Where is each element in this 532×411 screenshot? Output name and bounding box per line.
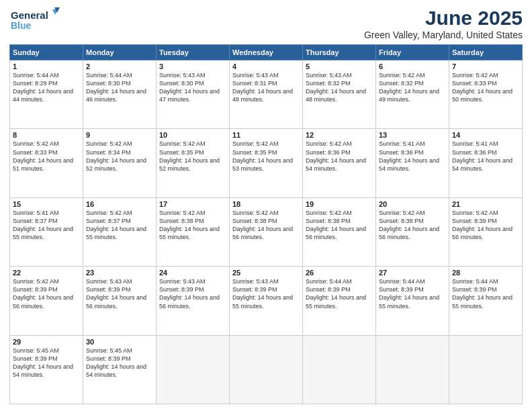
day-info: Sunrise: 5:42 AM Sunset: 8:39 PM Dayligh… xyxy=(13,277,80,310)
day-info: Sunrise: 5:42 AM Sunset: 8:33 PM Dayligh… xyxy=(13,140,80,173)
calendar-cell: 30 Sunrise: 5:45 AM Sunset: 8:39 PM Dayl… xyxy=(83,335,157,404)
calendar-cell xyxy=(157,335,230,404)
day-info: Sunrise: 5:43 AM Sunset: 8:39 PM Dayligh… xyxy=(86,277,153,310)
calendar-row: 15 Sunrise: 5:41 AM Sunset: 8:37 PM Dayl… xyxy=(10,197,523,266)
calendar-cell xyxy=(230,335,303,404)
day-number: 3 xyxy=(159,62,226,71)
day-info: Sunrise: 5:42 AM Sunset: 8:38 PM Dayligh… xyxy=(232,209,300,242)
calendar-cell: 20 Sunrise: 5:42 AM Sunset: 8:38 PM Dayl… xyxy=(376,197,449,266)
calendar-cell: 14 Sunrise: 5:41 AM Sunset: 8:36 PM Dayl… xyxy=(449,129,523,197)
day-number: 6 xyxy=(379,62,446,71)
col-tuesday: Tuesday xyxy=(157,45,230,60)
calendar-cell: 13 Sunrise: 5:41 AM Sunset: 8:36 PM Dayl… xyxy=(376,129,449,197)
day-info: Sunrise: 5:42 AM Sunset: 8:38 PM Dayligh… xyxy=(379,209,446,242)
day-info: Sunrise: 5:41 AM Sunset: 8:36 PM Dayligh… xyxy=(379,140,446,173)
day-info: Sunrise: 5:45 AM Sunset: 8:39 PM Dayligh… xyxy=(13,347,80,379)
day-info: Sunrise: 5:43 AM Sunset: 8:39 PM Dayligh… xyxy=(232,277,300,310)
day-number: 19 xyxy=(306,200,373,208)
day-number: 23 xyxy=(86,269,153,277)
day-info: Sunrise: 5:44 AM Sunset: 8:39 PM Dayligh… xyxy=(306,277,373,310)
day-number: 1 xyxy=(13,62,80,71)
day-info: Sunrise: 5:44 AM Sunset: 8:30 PM Dayligh… xyxy=(86,71,153,104)
calendar-row: 29 Sunrise: 5:45 AM Sunset: 8:39 PM Dayl… xyxy=(10,335,523,404)
calendar-cell: 9 Sunrise: 5:42 AM Sunset: 8:34 PM Dayli… xyxy=(83,129,157,197)
day-info: Sunrise: 5:45 AM Sunset: 8:39 PM Dayligh… xyxy=(86,347,153,379)
calendar-cell: 19 Sunrise: 5:42 AM Sunset: 8:38 PM Dayl… xyxy=(303,197,376,266)
calendar-cell: 4 Sunrise: 5:43 AM Sunset: 8:31 PM Dayli… xyxy=(230,60,303,129)
day-number: 13 xyxy=(379,131,446,139)
calendar-cell: 11 Sunrise: 5:42 AM Sunset: 8:35 PM Dayl… xyxy=(230,129,303,197)
header: General Blue June 2025 Green Valley, Mar… xyxy=(9,7,523,40)
day-number: 12 xyxy=(306,131,373,139)
calendar-cell: 15 Sunrise: 5:41 AM Sunset: 8:37 PM Dayl… xyxy=(10,197,83,266)
calendar-cell: 7 Sunrise: 5:42 AM Sunset: 8:33 PM Dayli… xyxy=(449,60,523,129)
day-number: 22 xyxy=(13,269,80,277)
calendar-cell: 2 Sunrise: 5:44 AM Sunset: 8:30 PM Dayli… xyxy=(83,60,157,129)
calendar-cell: 29 Sunrise: 5:45 AM Sunset: 8:39 PM Dayl… xyxy=(10,335,83,404)
col-friday: Friday xyxy=(376,45,449,60)
calendar-cell: 22 Sunrise: 5:42 AM Sunset: 8:39 PM Dayl… xyxy=(10,267,83,335)
calendar-cell: 21 Sunrise: 5:42 AM Sunset: 8:39 PM Dayl… xyxy=(449,197,523,266)
day-number: 10 xyxy=(159,131,226,139)
calendar-cell xyxy=(449,335,523,404)
day-number: 8 xyxy=(13,131,80,139)
day-number: 28 xyxy=(452,269,519,277)
day-number: 16 xyxy=(86,200,153,208)
page: General Blue June 2025 Green Valley, Mar… xyxy=(0,0,532,411)
title-block: June 2025 Green Valley, Maryland, United… xyxy=(364,7,523,40)
calendar-cell: 16 Sunrise: 5:42 AM Sunset: 8:37 PM Dayl… xyxy=(83,197,157,266)
col-sunday: Sunday xyxy=(10,45,83,60)
day-info: Sunrise: 5:42 AM Sunset: 8:35 PM Dayligh… xyxy=(159,140,226,173)
day-info: Sunrise: 5:42 AM Sunset: 8:38 PM Dayligh… xyxy=(159,209,226,242)
day-number: 2 xyxy=(86,62,153,71)
day-info: Sunrise: 5:43 AM Sunset: 8:39 PM Dayligh… xyxy=(159,277,226,310)
calendar-cell: 25 Sunrise: 5:43 AM Sunset: 8:39 PM Dayl… xyxy=(230,267,303,335)
day-info: Sunrise: 5:42 AM Sunset: 8:38 PM Dayligh… xyxy=(306,209,373,242)
month-title: June 2025 xyxy=(364,7,523,30)
calendar-cell: 24 Sunrise: 5:43 AM Sunset: 8:39 PM Dayl… xyxy=(157,267,230,335)
calendar-cell: 8 Sunrise: 5:42 AM Sunset: 8:33 PM Dayli… xyxy=(10,129,83,197)
day-number: 9 xyxy=(86,131,153,139)
calendar-cell: 10 Sunrise: 5:42 AM Sunset: 8:35 PM Dayl… xyxy=(157,129,230,197)
day-info: Sunrise: 5:42 AM Sunset: 8:34 PM Dayligh… xyxy=(86,140,153,173)
day-number: 21 xyxy=(452,200,519,208)
day-info: Sunrise: 5:44 AM Sunset: 8:29 PM Dayligh… xyxy=(13,71,80,104)
day-number: 25 xyxy=(232,269,300,277)
col-monday: Monday xyxy=(83,45,157,60)
calendar-cell xyxy=(376,335,449,404)
svg-text:General: General xyxy=(11,9,48,21)
calendar-cell: 23 Sunrise: 5:43 AM Sunset: 8:39 PM Dayl… xyxy=(83,267,157,335)
day-number: 29 xyxy=(13,338,80,346)
calendar-cell: 12 Sunrise: 5:42 AM Sunset: 8:36 PM Dayl… xyxy=(303,129,376,197)
col-thursday: Thursday xyxy=(303,45,376,60)
day-info: Sunrise: 5:42 AM Sunset: 8:39 PM Dayligh… xyxy=(452,209,519,242)
calendar-row: 1 Sunrise: 5:44 AM Sunset: 8:29 PM Dayli… xyxy=(10,60,523,129)
svg-text:Blue: Blue xyxy=(11,20,32,31)
day-info: Sunrise: 5:42 AM Sunset: 8:37 PM Dayligh… xyxy=(86,209,153,242)
day-number: 11 xyxy=(232,131,300,139)
calendar-cell: 6 Sunrise: 5:42 AM Sunset: 8:32 PM Dayli… xyxy=(376,60,449,129)
calendar-cell: 28 Sunrise: 5:44 AM Sunset: 8:39 PM Dayl… xyxy=(449,267,523,335)
day-info: Sunrise: 5:41 AM Sunset: 8:36 PM Dayligh… xyxy=(452,140,519,173)
calendar-cell: 5 Sunrise: 5:43 AM Sunset: 8:32 PM Dayli… xyxy=(303,60,376,129)
calendar: Sunday Monday Tuesday Wednesday Thursday… xyxy=(9,44,523,404)
calendar-cell: 17 Sunrise: 5:42 AM Sunset: 8:38 PM Dayl… xyxy=(157,197,230,266)
location-title: Green Valley, Maryland, United States xyxy=(364,30,523,40)
day-number: 24 xyxy=(159,269,226,277)
calendar-cell: 27 Sunrise: 5:44 AM Sunset: 8:39 PM Dayl… xyxy=(376,267,449,335)
calendar-header-row: Sunday Monday Tuesday Wednesday Thursday… xyxy=(10,45,523,60)
day-info: Sunrise: 5:44 AM Sunset: 8:39 PM Dayligh… xyxy=(452,277,519,310)
day-info: Sunrise: 5:44 AM Sunset: 8:39 PM Dayligh… xyxy=(379,277,446,310)
day-number: 14 xyxy=(452,131,519,139)
col-wednesday: Wednesday xyxy=(230,45,303,60)
day-info: Sunrise: 5:41 AM Sunset: 8:37 PM Dayligh… xyxy=(13,209,80,242)
day-info: Sunrise: 5:42 AM Sunset: 8:36 PM Dayligh… xyxy=(306,140,373,173)
day-number: 27 xyxy=(379,269,446,277)
day-number: 4 xyxy=(232,62,300,71)
calendar-cell: 26 Sunrise: 5:44 AM Sunset: 8:39 PM Dayl… xyxy=(303,267,376,335)
logo: General Blue xyxy=(9,7,63,34)
day-number: 18 xyxy=(232,200,300,208)
calendar-cell: 18 Sunrise: 5:42 AM Sunset: 8:38 PM Dayl… xyxy=(230,197,303,266)
day-number: 15 xyxy=(13,200,80,208)
day-info: Sunrise: 5:43 AM Sunset: 8:32 PM Dayligh… xyxy=(306,71,373,104)
